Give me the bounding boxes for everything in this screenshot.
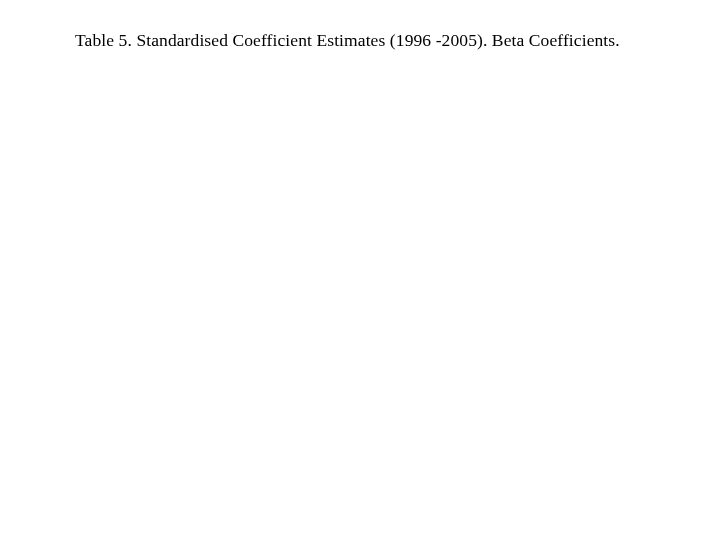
table-caption: Table 5. Standardised Coefficient Estima… [75,30,620,51]
